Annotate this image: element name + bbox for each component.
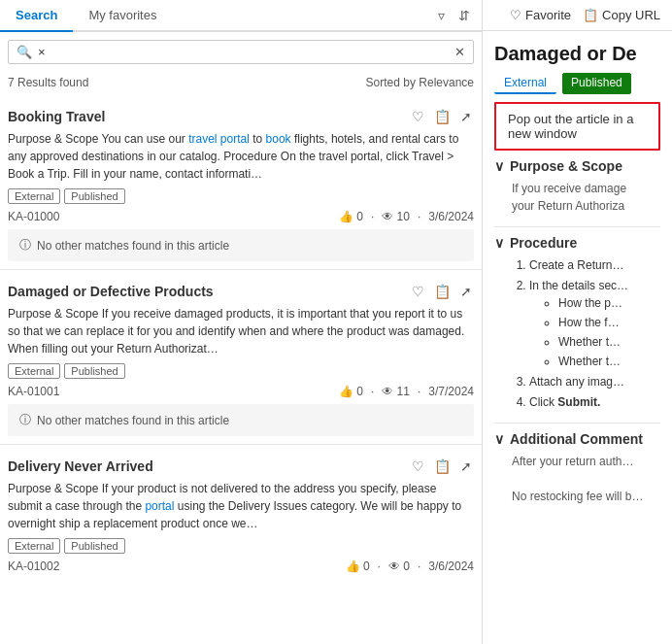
views-stat: 👁 0 bbox=[388, 559, 410, 573]
copy-url-label: Copy URL bbox=[602, 8, 660, 22]
article-meta: KA-01001 👍 0 · 👁 11 · 3/7/2024 bbox=[8, 385, 474, 398]
section-title: Additional Comment bbox=[510, 431, 643, 447]
likes-stat: 👍 0 bbox=[339, 385, 363, 398]
sort-button[interactable]: ⇵ bbox=[454, 4, 474, 27]
favorite-article-button[interactable]: ♡ bbox=[410, 107, 426, 126]
article-title: Delivery Never Arrived bbox=[8, 458, 410, 474]
no-matches-text: No other matches found in this article bbox=[37, 414, 229, 427]
article-meta: KA-01002 👍 0 · 👁 0 · 3/6/2024 bbox=[8, 559, 474, 573]
tag-published: Published bbox=[64, 538, 124, 554]
article-header: Delivery Never Arrived ♡ 📋 ➚ bbox=[8, 457, 474, 476]
status-tab-external[interactable]: External bbox=[494, 73, 556, 94]
list-item: Whether t… bbox=[558, 353, 660, 370]
section-additional: ∨ Additional Comment After your return a… bbox=[494, 431, 660, 505]
section-title: Purpose & Scope bbox=[510, 158, 622, 174]
views-stat: 👁 11 bbox=[382, 385, 410, 398]
article-body: Purpose & Scope If you receive damaged p… bbox=[8, 305, 474, 357]
chevron-down-icon: ∨ bbox=[494, 431, 504, 447]
list-item: Click Submit. bbox=[529, 393, 660, 411]
article-actions: ♡ 📋 ➚ bbox=[410, 457, 474, 476]
info-icon: ⓘ bbox=[19, 412, 31, 428]
article-id: KA-01002 bbox=[8, 559, 59, 573]
likes-stat: 👍 0 bbox=[346, 559, 370, 573]
favorite-button[interactable]: ♡ Favorite bbox=[510, 8, 571, 22]
tab-favorites[interactable]: My favorites bbox=[73, 0, 172, 32]
results-info: 7 Results found Sorted by Relevance bbox=[0, 72, 482, 95]
popout-label: Pop out the article in a new window bbox=[508, 112, 633, 141]
article-id: KA-01001 bbox=[8, 385, 59, 398]
no-matches-text: No other matches found in this article bbox=[37, 239, 229, 253]
article-stats: 👍 0 · 👁 10 · 3/6/2024 bbox=[339, 210, 474, 223]
article-content: ∨ Purpose & Scope If you receive damagey… bbox=[483, 158, 672, 644]
results-count: 7 Results found bbox=[8, 76, 88, 89]
section-title: Procedure bbox=[510, 235, 577, 251]
article-header: Damaged or Defective Products ♡ 📋 ➚ bbox=[8, 282, 474, 301]
article-header: Booking Travel ♡ 📋 ➚ bbox=[8, 107, 474, 126]
favorite-article-button[interactable]: ♡ bbox=[410, 282, 426, 301]
section-header-additional[interactable]: ∨ Additional Comment bbox=[494, 431, 660, 447]
open-article-button[interactable]: ➚ bbox=[458, 107, 474, 126]
favorite-label: Favorite bbox=[525, 8, 571, 22]
favorite-article-button[interactable]: ♡ bbox=[410, 457, 426, 476]
no-matches-notice: ⓘ No other matches found in this article bbox=[8, 404, 474, 436]
list-item: Attach any imag… bbox=[529, 373, 660, 390]
chevron-down-icon: ∨ bbox=[494, 235, 504, 251]
articles-list: Booking Travel ♡ 📋 ➚ Purpose & Scope You… bbox=[0, 95, 482, 644]
open-article-button[interactable]: ➚ bbox=[458, 282, 474, 301]
info-icon: ⓘ bbox=[19, 237, 31, 254]
article-card: Damaged or Defective Products ♡ 📋 ➚ Purp… bbox=[0, 270, 482, 445]
article-body: Purpose & Scope If your product is not d… bbox=[8, 480, 474, 532]
article-main-title: Damaged or De bbox=[483, 31, 672, 73]
article-tags: External Published bbox=[8, 188, 474, 204]
results-sorted: Sorted by Relevance bbox=[366, 76, 474, 89]
list-item: In the details sec… How the p… How the f… bbox=[529, 277, 660, 370]
left-panel: Search My favorites ▿ ⇵ 🔍 ✕ 7 Results fo… bbox=[0, 0, 483, 644]
copy-url-button[interactable]: 📋 Copy URL bbox=[583, 8, 660, 22]
share-article-button[interactable]: 📋 bbox=[432, 282, 453, 301]
views-stat: 👁 10 bbox=[382, 210, 410, 223]
article-actions: ♡ 📋 ➚ bbox=[410, 107, 474, 126]
date-stat: 3/7/2024 bbox=[428, 385, 474, 398]
clear-icon[interactable]: ✕ bbox=[454, 45, 465, 59]
list-item: How the f… bbox=[558, 314, 660, 331]
filter-button[interactable]: ▿ bbox=[434, 4, 449, 27]
section-header-purpose[interactable]: ∨ Purpose & Scope bbox=[494, 158, 660, 174]
copy-icon: 📋 bbox=[583, 8, 598, 22]
tag-external: External bbox=[8, 363, 60, 379]
search-bar: 🔍 ✕ bbox=[8, 40, 474, 64]
date-stat: 3/6/2024 bbox=[428, 559, 474, 573]
popout-banner[interactable]: Pop out the article in a new window bbox=[494, 102, 660, 151]
chevron-down-icon: ∨ bbox=[494, 158, 504, 174]
article-tags: External Published bbox=[8, 363, 474, 379]
section-body-purpose: If you receive damageyour Return Authori… bbox=[512, 180, 660, 215]
share-article-button[interactable]: 📋 bbox=[432, 457, 453, 476]
search-input[interactable] bbox=[38, 45, 454, 59]
article-title: Damaged or Defective Products bbox=[8, 284, 410, 299]
tab-search[interactable]: Search bbox=[0, 0, 73, 32]
section-purpose: ∨ Purpose & Scope If you receive damagey… bbox=[494, 158, 660, 215]
article-meta: KA-01000 👍 0 · 👁 10 · 3/6/2024 bbox=[8, 210, 474, 223]
article-stats: 👍 0 · 👁 11 · 3/7/2024 bbox=[339, 385, 474, 398]
share-article-button[interactable]: 📋 bbox=[432, 107, 453, 126]
tab-actions: ▿ ⇵ bbox=[434, 0, 482, 30]
article-title: Booking Travel bbox=[8, 109, 410, 124]
section-header-procedure[interactable]: ∨ Procedure bbox=[494, 235, 660, 251]
section-body-additional: After your return auth… No restocking fe… bbox=[512, 453, 660, 505]
open-article-button[interactable]: ➚ bbox=[458, 457, 474, 476]
tag-published: Published bbox=[64, 188, 124, 204]
list-item: Whether t… bbox=[558, 333, 660, 351]
article-card: Booking Travel ♡ 📋 ➚ Purpose & Scope You… bbox=[0, 95, 482, 270]
status-tab-published[interactable]: Published bbox=[562, 73, 631, 94]
article-title-text: Damaged or De bbox=[494, 43, 637, 64]
article-body: Purpose & Scope You can use our travel p… bbox=[8, 130, 474, 183]
heart-icon: ♡ bbox=[510, 8, 521, 22]
article-actions: ♡ 📋 ➚ bbox=[410, 282, 474, 301]
right-panel: ♡ Favorite 📋 Copy URL Damaged or De Exte… bbox=[483, 0, 672, 644]
section-procedure: ∨ Procedure Create a Return… In the deta… bbox=[494, 235, 660, 411]
article-card: Delivery Never Arrived ♡ 📋 ➚ Purpose & S… bbox=[0, 445, 482, 581]
list-item: How the p… bbox=[558, 294, 660, 312]
likes-stat: 👍 0 bbox=[339, 210, 363, 223]
right-header: ♡ Favorite 📋 Copy URL bbox=[483, 0, 672, 31]
article-id: KA-01000 bbox=[8, 210, 59, 223]
tag-published: Published bbox=[64, 363, 124, 379]
